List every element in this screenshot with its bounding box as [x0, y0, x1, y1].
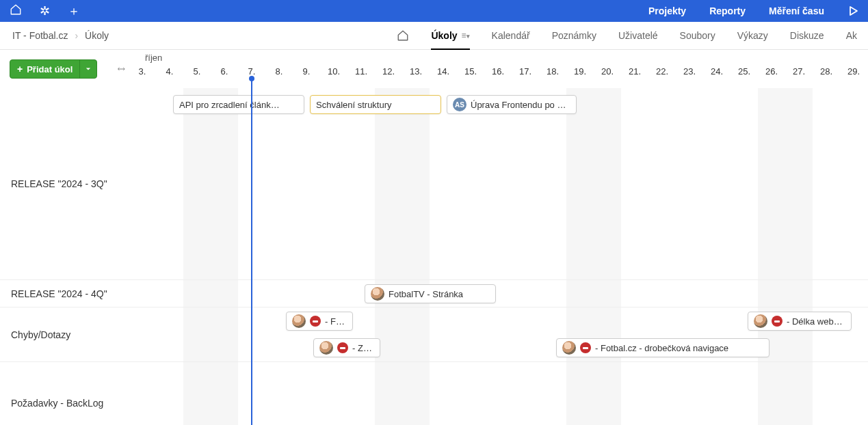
timeline-day: 21. — [629, 66, 641, 77]
avatar: AS — [453, 98, 466, 111]
timeline-day: 22. — [656, 66, 668, 77]
task-card[interactable]: Schválení struktury — [310, 95, 441, 114]
breadcrumb: IT - Fotbal.cz › Úkoly — [12, 30, 109, 41]
add-task-button[interactable]: + Přidat úkol — [10, 59, 97, 79]
menu-reports[interactable]: Reporty — [709, 5, 746, 16]
tabs: Úkoly ≡▾ Kalendář Poznámky Uživatelé Sou… — [386, 22, 868, 49]
no-entry-icon — [310, 316, 321, 327]
timeline-day: 7. — [248, 66, 256, 77]
timeline-day: 15. — [464, 66, 477, 77]
no-entry-icon — [580, 342, 591, 353]
task-title: Schválení struktury — [316, 100, 392, 110]
task-card[interactable]: - Změ… — [313, 338, 380, 357]
topbar: ✲ ＋ Projekty Reporty Měření času — [0, 0, 868, 22]
group-label[interactable]: RELEASE "2024 - 3Q" — [0, 88, 135, 279]
no-entry-icon — [337, 342, 348, 353]
avatar — [562, 341, 576, 355]
main: + Přidat úkol ⤢ RELEASE "2024 - 3Q"RELEA… — [0, 50, 868, 425]
timeline-day: 27. — [793, 66, 805, 77]
timeline-day: 5. — [194, 66, 201, 77]
timeline-row[interactable]: - Fotb…- Délka webo…- Změ…- Fotbal.cz - … — [135, 307, 868, 361]
today-dot-icon — [249, 76, 254, 81]
timeline-day: 23. — [683, 66, 696, 77]
timeline-day: 11. — [355, 66, 367, 77]
avatar — [754, 314, 767, 328]
timeline-day: 20. — [601, 66, 614, 77]
breadcrumb-project[interactable]: IT - Fotbal.cz — [12, 30, 68, 41]
timeline-day: 16. — [492, 66, 504, 77]
timeline-day: 28. — [820, 66, 832, 77]
timeline-day: 19. — [574, 66, 586, 77]
avatar — [371, 287, 384, 301]
timeline-day: 3. — [139, 66, 146, 77]
no-entry-icon — [772, 316, 782, 327]
group-label[interactable]: Chyby/Dotazy — [0, 307, 135, 361]
timeline-day: 4. — [166, 66, 174, 77]
task-card[interactable]: - Délka webo… — [748, 312, 852, 331]
timeline-day: 10. — [328, 66, 340, 77]
sidebar-header: + Přidat úkol ⤢ — [0, 50, 135, 88]
menu-timer[interactable]: Měření času — [769, 5, 824, 16]
tab-discuss[interactable]: Diskuze — [779, 22, 835, 49]
timeline-row[interactable] — [135, 361, 868, 425]
tab-reports[interactable]: Výkazy — [726, 22, 779, 49]
topbar-left-icons: ✲ ＋ — [10, 3, 80, 19]
chevron-right-icon: › — [75, 30, 78, 41]
sidebar: + Přidat úkol ⤢ RELEASE "2024 - 3Q"RELEA… — [0, 50, 135, 425]
topbar-menu: Projekty Reporty Měření času — [648, 5, 858, 16]
timeline-day: 26. — [765, 66, 778, 77]
plus-icon: + — [17, 64, 23, 74]
tab-calendar[interactable]: Kalendář — [481, 22, 541, 49]
task-card[interactable]: ASÚprava Frontendu po o… — [447, 95, 577, 114]
task-card[interactable]: - Fotbal.cz - drobečková navigace — [556, 338, 770, 357]
home-icon[interactable] — [10, 3, 22, 19]
timeline-day: 9. — [303, 66, 311, 77]
avatar — [292, 314, 306, 328]
tab-tasks[interactable]: Úkoly ≡▾ — [420, 22, 480, 49]
timeline-day: 25. — [738, 66, 750, 77]
timeline-day: 17. — [519, 66, 531, 77]
timeline[interactable]: říjen 3.4.5.6.7.8.9.10.11.12.13.14.15.16… — [135, 50, 868, 425]
timeline-day: 24. — [711, 66, 723, 77]
task-title: - Fotb… — [325, 316, 347, 327]
task-title: - Délka webo… — [787, 316, 845, 327]
task-title: API pro zrcadlení článk… — [179, 100, 280, 110]
tab-activities[interactable]: Ak — [835, 22, 868, 49]
task-title: - Změ… — [352, 343, 374, 353]
breadcrumb-section[interactable]: Úkoly — [85, 30, 109, 41]
task-card[interactable]: API pro zrcadlení článk… — [173, 95, 304, 114]
plus-icon[interactable]: ＋ — [68, 3, 80, 19]
task-title: FotbalTV - Stránka — [389, 289, 463, 299]
tab-notes[interactable]: Poznámky — [541, 22, 607, 49]
menu-projects[interactable]: Projekty — [648, 5, 686, 16]
tab-tasks-label: Úkoly — [431, 30, 457, 41]
tab-home[interactable] — [386, 22, 420, 49]
timeline-day: 12. — [382, 66, 395, 77]
timeline-row[interactable]: API pro zrcadlení článk…Schválení strukt… — [135, 88, 868, 279]
add-task-label: Přidat úkol — [27, 64, 73, 74]
sort-icon[interactable]: ≡▾ — [462, 31, 470, 40]
timeline-day: 6. — [221, 66, 228, 77]
timeline-day: 13. — [410, 66, 422, 77]
group-label[interactable]: RELEASE "2024 - 4Q" — [0, 279, 135, 307]
avatar — [319, 341, 333, 355]
add-task-dropdown[interactable] — [79, 60, 96, 78]
group-label[interactable]: Požadavky - BackLog — [0, 361, 135, 425]
subbar: IT - Fotbal.cz › Úkoly Úkoly ≡▾ Kalendář… — [0, 22, 868, 50]
tab-users[interactable]: Uživatelé — [607, 22, 669, 49]
collapse-icon[interactable]: ⤢ — [115, 62, 129, 76]
helm-icon[interactable]: ✲ — [40, 3, 50, 18]
today-line — [251, 79, 252, 425]
timeline-day: 8. — [276, 66, 283, 77]
task-card[interactable]: FotbalTV - Stránka — [365, 284, 496, 303]
tab-files[interactable]: Soubory — [669, 22, 726, 49]
timeline-day: 14. — [437, 66, 449, 77]
play-icon[interactable] — [847, 5, 858, 16]
task-title: Úprava Frontendu po o… — [471, 100, 570, 110]
task-title: - Fotbal.cz - drobečková navigace — [595, 343, 728, 353]
timeline-row[interactable]: FotbalTV - Stránka — [135, 279, 868, 307]
timeline-header: říjen 3.4.5.6.7.8.9.10.11.12.13.14.15.16… — [135, 50, 868, 88]
task-card[interactable]: - Fotb… — [286, 312, 353, 331]
timeline-day: 18. — [547, 66, 559, 77]
timeline-day: 29. — [847, 66, 860, 77]
